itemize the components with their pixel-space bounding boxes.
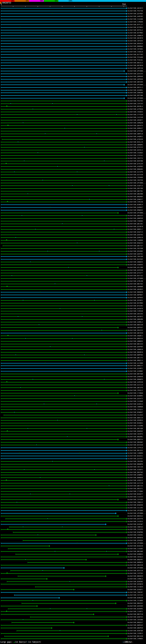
hit-label[interactable]: UniRef100_A9V1H5 — [128, 313, 143, 315]
hit-label[interactable]: UniRef100_B3TMW3 — [128, 32, 143, 34]
alignment-bar[interactable] — [1, 420, 126, 420]
alignment-bar[interactable] — [1, 385, 126, 385]
hit-label[interactable]: UniRef100_B0CYD2 — [128, 283, 143, 285]
alignment-bar[interactable] — [1, 62, 126, 63]
alignment-bar[interactable] — [1, 598, 59, 598]
hit-label[interactable]: UniRef100_B6MCL7 — [128, 228, 143, 230]
alignment-bar[interactable] — [1, 579, 46, 579]
hit-label[interactable]: UniRef100_C8VQ12 — [128, 556, 143, 558]
alignment-bar[interactable] — [1, 298, 126, 298]
alignment-bar[interactable] — [1, 234, 126, 235]
hit-label[interactable]: UniRef100_UPI000... — [128, 84, 146, 86]
alignment-bar[interactable] — [1, 174, 126, 175]
alignment-bar[interactable] — [1, 327, 118, 328]
alignment-bar[interactable] — [1, 286, 126, 287]
hit-label[interactable]: UniRef100_Q43SL5 — [128, 149, 143, 151]
hit-label[interactable]: UniRef100_B2WGZ0 — [128, 597, 143, 599]
hit-label[interactable]: UniRef100_B8PB87 — [128, 294, 143, 296]
alignment-bar[interactable] — [1, 573, 126, 574]
alignment-bar[interactable] — [1, 186, 126, 186]
hit-label[interactable]: UniRef100_B0CVQ6 — [128, 428, 143, 430]
hit-label[interactable]: UniRef100_B4Z5Q3 — [128, 258, 143, 260]
hit-label[interactable]: UniRef100_B2GL19 — [128, 141, 143, 143]
alignment-bar[interactable] — [1, 218, 126, 219]
alignment-bar[interactable] — [1, 546, 49, 546]
hit-label[interactable]: UniRef100_C6TD65 — [128, 48, 143, 50]
hit-label[interactable]: UniRef100_A6SMV3 — [128, 288, 143, 290]
alignment-bar[interactable] — [1, 390, 126, 391]
hit-label[interactable]: UniRef100_Q0CJY2 — [128, 357, 143, 359]
hit-label[interactable]: UniRef100_P42793 — [128, 100, 143, 102]
hit-label[interactable]: UniRef100_Q2GYF8 — [128, 518, 143, 520]
alignment-bar[interactable] — [1, 428, 126, 429]
alignment-bar[interactable] — [1, 221, 126, 221]
hit-label[interactable]: UniRef100_A9NVB8 — [128, 92, 143, 94]
alignment-bar[interactable] — [1, 308, 126, 309]
hit-label[interactable]: UniRef100_Q341V5 — [128, 73, 143, 75]
alignment-bar[interactable] — [1, 568, 64, 568]
alignment-bar[interactable] — [1, 191, 126, 192]
hit-label[interactable]: UniRef100_B6T0F0 — [128, 65, 143, 66]
alignment-bar[interactable] — [1, 273, 126, 273]
alignment-bar[interactable] — [1, 226, 126, 227]
hit-label[interactable]: UniRef100_Q7XLE9 — [128, 163, 143, 165]
alignment-bar[interactable] — [1, 104, 126, 104]
alignment-bar[interactable] — [1, 30, 126, 30]
hit-label[interactable]: UniRef100_B6JX52 — [128, 450, 143, 452]
alignment-bar[interactable] — [1, 123, 126, 123]
alignment-bar[interactable] — [1, 306, 126, 306]
hit-label[interactable]: UniRef100_UPI000... — [128, 70, 146, 72]
hit-label[interactable]: UniRef100_B8M7F4 — [128, 438, 143, 440]
alignment-bar[interactable] — [1, 442, 126, 442]
hit-label[interactable]: UniRef100_Q2GXT3 — [128, 398, 143, 400]
alignment-bar[interactable] — [1, 461, 126, 462]
hit-label[interactable]: UniRef100_B9SKS4 — [128, 43, 143, 44]
alignment-bar[interactable] — [1, 207, 126, 208]
alignment-bar[interactable] — [1, 396, 126, 396]
alignment-bar[interactable] — [1, 303, 126, 304]
hit-label[interactable]: UniRef100_Q6BPH9 — [128, 218, 143, 219]
alignment-bar[interactable] — [1, 276, 126, 276]
hit-label[interactable]: UniRef100_C8VJ26 — [128, 466, 143, 468]
alignment-bar[interactable] — [1, 46, 126, 46]
hit-label[interactable]: UniRef100_P16181 — [128, 59, 143, 61]
hit-label[interactable]: UniRef100_B2W7Q6 — [128, 630, 143, 632]
hit-label[interactable]: UniRef100_Q0ITB1 — [128, 190, 143, 192]
alignment-bar[interactable] — [1, 300, 126, 301]
alignment-bar[interactable] — [1, 281, 126, 282]
alignment-bar[interactable] — [1, 358, 126, 358]
hit-label[interactable]: UniRef100_C9VHD8 — [128, 176, 143, 178]
hit-label[interactable]: UniRef100_C5DEB4 — [128, 220, 143, 222]
hit-label[interactable]: UniRef100_Q53N31 — [128, 300, 143, 301]
hit-label[interactable]: UniRef100_Q9P3U7 — [128, 327, 143, 328]
alignment-bar[interactable] — [1, 625, 126, 626]
hit-label[interactable]: UniRef100_B8NG05 — [128, 168, 143, 170]
hit-label[interactable]: UniRef100_Q6EUZ3 — [128, 215, 143, 216]
alignment-bar[interactable] — [1, 65, 126, 66]
alignment-bar[interactable] — [12, 622, 73, 623]
alignment-bar[interactable] — [1, 319, 126, 320]
hit-label[interactable]: UniRef100_A2R3V0 — [128, 381, 143, 383]
hit-label[interactable]: UniRef100_C7FFX1 — [128, 155, 143, 156]
alignment-bar[interactable] — [1, 483, 126, 484]
hit-label[interactable]: UniRef100_A7EYW4 — [128, 130, 143, 132]
alignment-bar[interactable] — [2, 139, 126, 140]
alignment-bar[interactable] — [1, 448, 126, 448]
hit-label[interactable]: UniRef100_C5OUL8 — [128, 51, 143, 53]
alignment-bar[interactable] — [1, 488, 126, 489]
alignment-bar[interactable] — [22, 603, 116, 604]
alignment-bar[interactable] — [1, 322, 126, 322]
hit-label[interactable]: UniRef100_C5JZG3 — [128, 414, 143, 416]
alignment-bar[interactable] — [1, 341, 126, 342]
hit-label[interactable]: UniRef100_UPI000... — [128, 567, 146, 569]
hit-label[interactable]: UniRef100_UPI000... — [128, 212, 146, 214]
alignment-bar[interactable] — [1, 161, 126, 161]
alignment-bar[interactable] — [1, 147, 126, 148]
hit-label[interactable]: UniRef100_A1D8F5 — [128, 469, 143, 470]
alignment-bar[interactable] — [1, 426, 126, 426]
alignment-bar[interactable] — [1, 606, 37, 606]
hit-label[interactable]: UniRef100_Q46DG7 — [128, 206, 143, 208]
hit-label[interactable]: UniRef100_B6Q9N1 — [128, 436, 143, 438]
hit-label[interactable]: UniRef100_A1C8B0 — [128, 362, 143, 364]
hit-label[interactable]: UniRef100_B0CPJ8 — [128, 614, 143, 615]
